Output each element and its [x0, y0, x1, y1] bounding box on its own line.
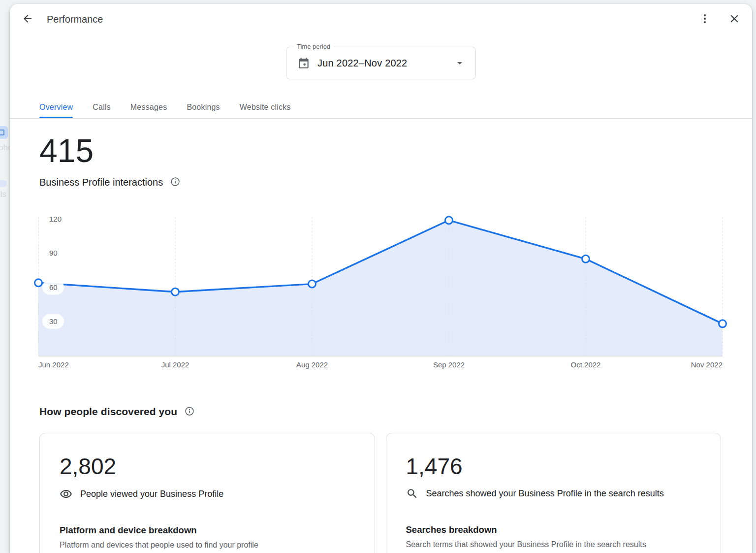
searches-card: 1,476 Searches showed your Business Prof… — [386, 433, 722, 553]
arrow-left-icon — [22, 13, 33, 26]
tab-calls[interactable]: Calls — [93, 96, 111, 118]
svg-text:120: 120 — [49, 215, 62, 223]
tab-messages[interactable]: Messages — [130, 96, 167, 118]
svg-text:90: 90 — [49, 249, 58, 257]
overview-tab-content: 415 Business Profile interactions 306090… — [10, 119, 752, 553]
eye-icon — [60, 488, 72, 500]
background-blob — [0, 180, 7, 187]
kebab-menu-icon — [699, 13, 711, 26]
overflow-menu-button[interactable] — [695, 9, 715, 29]
svg-text:Nov 2022: Nov 2022 — [691, 360, 723, 369]
photo-icon — [0, 126, 8, 139]
time-period-select[interactable]: Time period Jun 2022–Nov 2022 — [286, 47, 476, 79]
info-icon — [184, 406, 195, 418]
close-button[interactable] — [724, 9, 744, 29]
tab-bookings[interactable]: Bookings — [187, 96, 220, 118]
searches-label: Searches showed your Business Profile in… — [426, 488, 664, 499]
svg-text:Sep 2022: Sep 2022 — [433, 360, 465, 369]
performance-dialog: Performance Time period Jun 2022–Nov 202… — [10, 4, 752, 553]
profile-views-count: 2,802 — [60, 455, 355, 478]
searches-count: 1,476 — [406, 455, 701, 478]
profile-views-label: People viewed your Business Profile — [80, 489, 223, 499]
page-title: Performance — [47, 14, 103, 25]
background-page-sliver: oho lls — [0, 0, 11, 553]
time-period-field-label: Time period — [294, 43, 333, 50]
interactions-chart: 306090120Jun 2022Jul 2022Aug 2022Sep 202… — [39, 214, 723, 371]
tab-overview[interactable]: Overview — [39, 96, 73, 118]
interactions-total: 415 — [39, 134, 723, 167]
calendar-icon — [297, 57, 310, 69]
profile-views-card: 2,802 People viewed your Business Profil… — [39, 433, 375, 553]
chevron-down-icon — [454, 57, 466, 69]
close-icon — [728, 12, 741, 27]
interactions-chart-svg: 306090120Jun 2022Jul 2022Aug 2022Sep 202… — [38, 214, 723, 371]
interactions-label: Business Profile interactions — [39, 177, 163, 188]
svg-text:Jun 2022: Jun 2022 — [38, 360, 69, 369]
info-icon — [170, 176, 181, 189]
svg-text:30: 30 — [49, 317, 58, 325]
time-period-value: Jun 2022–Nov 2022 — [317, 58, 407, 69]
svg-text:Oct 2022: Oct 2022 — [571, 360, 601, 369]
platform-breakdown-title: Platform and device breakdown — [60, 525, 355, 536]
background-text-fragment: lls — [0, 190, 6, 199]
background-text-fragment: oho — [0, 143, 11, 153]
discovery-info-button[interactable] — [183, 405, 196, 418]
searches-breakdown-subtitle: Search terms that showed your Business P… — [406, 540, 701, 549]
discovery-heading: How people discovered you — [39, 406, 177, 418]
tab-bar: Overview Calls Messages Bookings Website… — [10, 96, 752, 119]
searches-breakdown-title: Searches breakdown — [406, 524, 701, 535]
tab-website-clicks[interactable]: Website clicks — [240, 96, 291, 118]
svg-text:Jul 2022: Jul 2022 — [161, 360, 189, 369]
svg-text:Aug 2022: Aug 2022 — [296, 360, 328, 369]
svg-text:60: 60 — [49, 283, 58, 292]
platform-breakdown-subtitle: Platform and devices that people used to… — [60, 541, 355, 550]
search-icon — [406, 488, 418, 500]
interactions-info-button[interactable] — [169, 176, 182, 189]
dialog-header: Performance — [10, 4, 752, 34]
back-button[interactable] — [18, 9, 37, 29]
